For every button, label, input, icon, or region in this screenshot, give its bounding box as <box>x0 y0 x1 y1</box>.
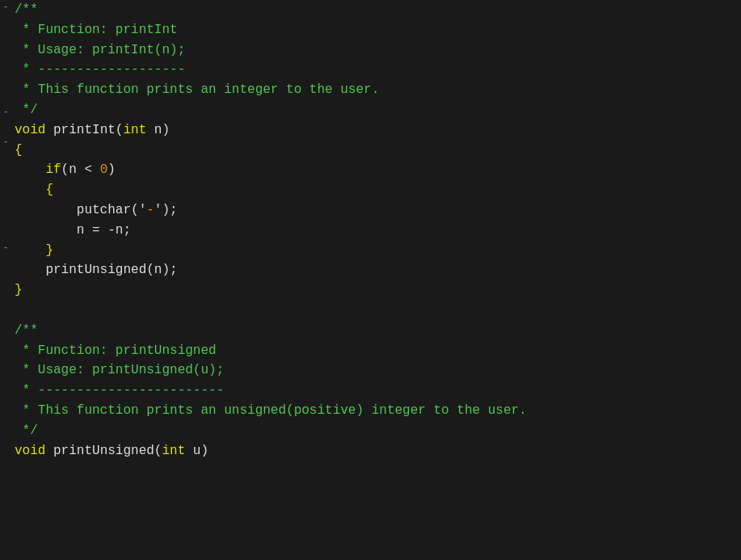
code-token: (n <box>61 160 85 180</box>
fold-indicator <box>0 285 11 301</box>
code-token: '); <box>154 200 178 221</box>
code-editor: ---- /** * Function: printInt * Usage: p… <box>0 0 741 560</box>
fold-indicator[interactable]: - <box>0 0 11 15</box>
code-line: } <box>15 241 741 261</box>
code-line: */ <box>15 100 741 120</box>
fold-indicator <box>0 210 11 225</box>
fold-indicator <box>0 225 11 241</box>
fold-indicator <box>0 301 11 316</box>
code-token: * Usage: printInt(n); <box>15 40 185 61</box>
code-line: * Function: printInt <box>15 20 741 40</box>
code-token: (' <box>131 200 146 221</box>
fold-indicator <box>0 150 11 166</box>
fold-indicator <box>0 180 11 196</box>
fold-indicator[interactable]: - <box>0 105 11 120</box>
code-token <box>15 260 45 280</box>
fold-indicator <box>0 315 11 331</box>
code-line: void printUnsigned(int u) <box>15 441 741 461</box>
code-token <box>15 200 77 221</box>
code-token: int <box>123 120 146 141</box>
code-line: n = -n; <box>15 221 741 241</box>
code-line: /** <box>15 321 741 341</box>
code-token: printInt <box>53 120 116 141</box>
code-token: (n); <box>146 260 177 280</box>
code-token: u) <box>185 441 208 461</box>
code-line: * This function prints an unsigned(posit… <box>15 401 741 421</box>
fold-indicator <box>0 60 11 75</box>
code-token: int <box>162 441 185 461</box>
code-token: { <box>15 141 23 161</box>
fold-indicator <box>0 91 11 106</box>
code-line: printUnsigned(n); <box>15 260 741 280</box>
code-line <box>15 301 741 321</box>
code-container: ---- /** * Function: printInt * Usage: p… <box>0 0 741 560</box>
gutter: ---- <box>0 0 11 560</box>
code-token: printUnsigned <box>45 260 146 280</box>
code-line: * This function prints an integer to the… <box>15 80 741 100</box>
code-token: * Usage: printUnsigned(u); <box>15 360 224 381</box>
code-line: * ------------------------ <box>15 381 741 401</box>
code-line: * Function: printUnsigned <box>15 341 741 361</box>
code-token: * This function prints an integer to the… <box>15 80 379 100</box>
code-token: * ------------------- <box>15 60 185 80</box>
code-line: /** <box>15 0 741 20</box>
fold-indicator <box>0 30 11 45</box>
fold-indicator <box>0 196 11 211</box>
fold-indicator <box>0 120 11 136</box>
code-line: } <box>15 280 741 301</box>
code-token: n <box>15 221 92 241</box>
code-token: } <box>15 280 23 301</box>
code-token: 0 <box>100 160 108 180</box>
code-token: * ------------------------ <box>15 381 224 401</box>
code-token <box>100 221 108 241</box>
code-token: */ <box>15 421 38 441</box>
code-line: * Usage: printInt(n); <box>15 40 741 61</box>
code-token: -n; <box>107 221 131 241</box>
fold-indicator <box>0 15 11 31</box>
fold-indicator <box>0 166 11 181</box>
code-token: * This function prints an unsigned(posit… <box>15 401 527 421</box>
code-token: ( <box>154 441 162 461</box>
code-line: { <box>15 141 741 161</box>
code-line: * ------------------- <box>15 60 741 80</box>
code-token: /** <box>15 0 38 20</box>
code-token: void <box>15 120 45 141</box>
fold-indicator <box>0 75 11 91</box>
code-token: void <box>15 441 45 461</box>
code-token: printUnsigned <box>53 441 154 461</box>
fold-indicator <box>0 255 11 271</box>
code-line: if(n < 0) <box>15 160 741 180</box>
code-token <box>45 441 53 461</box>
code-token: } <box>15 241 53 261</box>
code-line: */ <box>15 421 741 441</box>
code-token: putchar <box>77 200 131 221</box>
code-token: * Function: printUnsigned <box>15 341 217 361</box>
code-token: * Function: printInt <box>15 20 178 40</box>
code-token: - <box>146 200 154 221</box>
fold-indicator <box>0 271 11 286</box>
code-token: < <box>84 160 92 180</box>
code-line: void printInt(int n) <box>15 120 741 141</box>
fold-indicator <box>0 331 11 346</box>
code-token: { <box>15 180 53 200</box>
code-token: */ <box>15 100 38 120</box>
fold-indicator[interactable]: - <box>0 241 11 256</box>
code-lines: /** * Function: printInt * Usage: printI… <box>11 0 741 560</box>
code-token <box>92 160 100 180</box>
code-line: { <box>15 180 741 200</box>
code-token <box>15 160 45 180</box>
fold-indicator <box>0 45 11 61</box>
code-token: ) <box>107 160 116 180</box>
code-line: * Usage: printUnsigned(u); <box>15 360 741 381</box>
code-token: = <box>92 221 100 241</box>
code-line: putchar('-'); <box>15 200 741 221</box>
code-token: n) <box>146 120 170 141</box>
fold-indicator[interactable]: - <box>0 135 11 150</box>
code-token: if <box>45 160 61 180</box>
code-token <box>45 120 53 141</box>
code-token: /** <box>15 321 38 341</box>
code-token: ( <box>116 120 124 141</box>
